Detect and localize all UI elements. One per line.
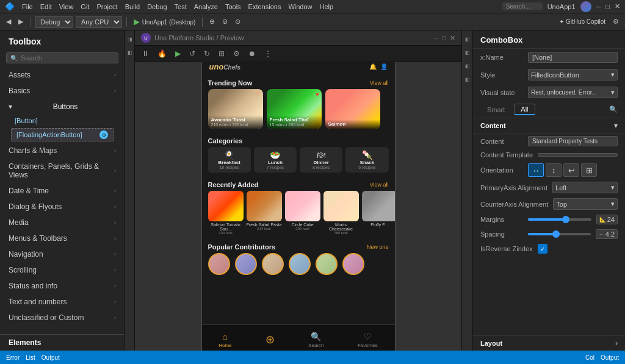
trending-item-2[interactable]: Salmon [325,89,380,129]
preview-minimize[interactable]: ─ [434,34,439,42]
cat-breakfast[interactable]: 🍳 Breakfast 18 recipes [208,147,251,173]
copilot-btn[interactable]: ✦ GitHub Copilot [557,17,608,26]
trending-view-all[interactable]: View all [370,80,389,86]
xname-value[interactable]: [None] [528,52,618,63]
floating-action-button-item[interactable]: [FloatingActionButton] ⊕ [11,128,114,141]
spacing-slider-thumb[interactable] [552,230,560,238]
minimize-btn[interactable]: ─ [596,3,601,10]
contrib-avatar-6[interactable] [342,253,364,275]
recent-item-1[interactable]: Fresh Salad Pasta 214 kcal [247,191,282,235]
orient-grid[interactable]: ⊞ [581,163,597,177]
toolbox-search-input[interactable] [21,54,114,62]
contrib-new-tag[interactable]: New one [367,244,389,250]
nav-search[interactable]: 🔍 Search [308,332,323,348]
content-template-value[interactable] [538,153,618,157]
status-list[interactable]: List [26,354,35,361]
margins-slider-track[interactable] [528,218,591,221]
right-icon-3[interactable]: ◧ [461,60,474,72]
heart-icon-0[interactable]: ♡ [256,91,261,98]
tab-smart[interactable]: Smart [480,104,511,115]
side-icon-1[interactable]: ◨ [124,33,136,45]
category-media[interactable]: Media › [0,215,125,230]
button-sub-item[interactable]: [Button] [0,115,125,127]
category-menus[interactable]: Menus & Toolbars › [0,230,125,246]
nav-home[interactable]: ⌂ Home [219,332,231,348]
prop-search-icon[interactable]: 🔍 [609,105,618,113]
forward-btn[interactable]: ▶ [16,16,26,27]
visual-state-select[interactable]: Rest, unfocused. Error... ▾ [528,87,618,98]
heart-icon-1[interactable]: ♥ [316,91,319,98]
menu-git[interactable]: Git [81,3,89,10]
content-value[interactable]: Standard Property Tests [528,136,618,146]
recent-item-4[interactable]: Fluffy F... [362,191,395,235]
cat-snack[interactable]: 🍡 Snack 6 recipes [345,147,388,173]
contrib-avatar-3[interactable] [262,253,284,275]
menu-debug[interactable]: Debug [147,3,167,10]
nav-add[interactable]: ⊕ [266,333,275,346]
category-unclassified[interactable]: Unclassified or Custom › [0,310,125,326]
toolbar-btn-1[interactable]: ⊕ [207,16,217,27]
debug-config-select[interactable]: Debug [35,16,73,28]
right-icon-1[interactable]: ◧ [461,33,474,45]
trending-item-0[interactable]: Avocado Toast 210 mins • 320 kcal ♡ [208,89,263,129]
menu-view[interactable]: View [59,3,74,10]
cat-dinner[interactable]: 🍽 Dinner 8 recipes [300,147,342,173]
preview-record-btn[interactable]: ⏺ [247,48,258,59]
right-icon-2[interactable]: ◧ [461,46,474,59]
category-charts[interactable]: Charts & Maps › [0,143,125,159]
contrib-avatar-1[interactable] [208,253,230,275]
category-status[interactable]: Status and info › [0,278,125,294]
drag-handle[interactable]: ⊕ [99,130,108,139]
cat-lunch[interactable]: 🥗 Lunch 7 recipes [254,147,297,173]
search-bar[interactable]: Search... [502,2,543,10]
spacing-slider-track[interactable] [528,233,591,235]
cpu-config-select[interactable]: Any CPU [76,16,122,28]
contrib-avatar-4[interactable] [289,253,311,275]
back-btn[interactable]: ◀ [4,16,13,27]
category-dialog[interactable]: Dialog & Flyouts › [0,199,125,215]
preview-close[interactable]: ✕ [450,34,455,42]
category-scrolling[interactable]: Scrolling › [0,262,125,278]
preview-pause-btn[interactable]: ⏸ [140,48,151,59]
preview-maximize[interactable]: □ [442,34,446,42]
menu-help[interactable]: Help [320,3,334,10]
style-select[interactable]: FilledIconButton ▾ [528,69,618,80]
menu-extensions[interactable]: Extensions [248,3,281,10]
menu-edit[interactable]: Edit [40,3,52,10]
orient-vertical[interactable]: ↕ [546,163,562,177]
menu-tools[interactable]: Tools [225,3,241,10]
preview-frame-btn[interactable]: ⊞ [217,48,226,59]
preview-refresh-btn[interactable]: ↺ [187,48,197,59]
orient-horizontal[interactable]: ↔ [528,163,544,177]
status-error[interactable]: Error [6,354,20,361]
isreverse-checkbox[interactable]: ✓ [538,244,547,254]
side-icon-2[interactable]: ◧ [124,46,136,59]
nav-favorites[interactable]: ♡ Favorites [358,332,378,348]
recent-item-2[interactable]: Circle Cake 390 kcal [285,191,320,235]
run-btn[interactable]: ▶ UnoApp1 (Desktop) [131,16,198,27]
toolbar-btn-2[interactable]: ⊘ [220,16,230,27]
menu-build[interactable]: Build [125,3,140,10]
recent-item-0[interactable]: Salmon Tomato Sau... 330 kcal [208,191,244,235]
status-output[interactable]: Output [42,354,60,361]
menu-window[interactable]: Window [288,3,312,10]
primary-axis-select[interactable]: Left ▾ [552,182,618,193]
maximize-btn[interactable]: □ [605,3,610,10]
preview-more-btn[interactable]: ⋮ [262,48,273,59]
menu-test[interactable]: Test [175,3,187,10]
category-containers[interactable]: Containers, Panels, Grids & Views › [0,159,125,183]
contrib-avatar-5[interactable] [316,253,338,275]
preview-flame-btn[interactable]: 🔥 [156,48,168,59]
menu-file[interactable]: File [22,3,33,10]
recently-view-all[interactable]: View all [370,182,389,188]
user-avatar[interactable] [580,1,591,12]
category-basics[interactable]: Basics › [0,83,125,99]
category-assets[interactable]: Assets › [0,67,125,83]
menu-project[interactable]: Project [96,3,117,10]
orient-wrap[interactable]: ↩ [563,163,579,177]
category-navigation[interactable]: Navigation › [0,246,125,262]
contrib-avatar-2[interactable] [235,253,257,275]
settings-btn[interactable]: ⚙ [610,16,621,27]
preview-redo-btn[interactable]: ↻ [202,48,212,59]
category-buttons[interactable]: ▾ Buttons [0,99,125,115]
